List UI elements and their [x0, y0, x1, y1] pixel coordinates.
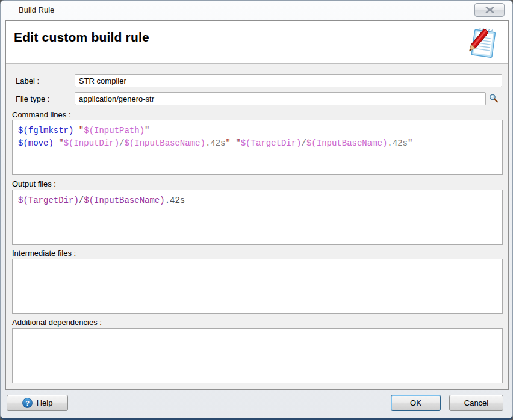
help-button[interactable]: ? Help: [7, 395, 68, 411]
ok-button-label: OK: [410, 398, 421, 407]
intermediate-files-label: Intermediate files :: [12, 249, 76, 258]
notepad-pencil-icon: [464, 26, 499, 62]
label-field-label: Label :: [16, 76, 39, 85]
command-lines-editor[interactable]: $(fglmkstr) "$(InputPath)"$(move) "$(Inp…: [12, 120, 503, 175]
close-icon: [485, 6, 494, 14]
file-type-lookup-button[interactable]: [487, 92, 500, 105]
close-button[interactable]: [474, 3, 505, 17]
additional-dependencies-label: Additional dependencies :: [12, 318, 102, 327]
file-type-input[interactable]: [75, 92, 486, 105]
label-input[interactable]: [75, 74, 502, 87]
page-title: Edit custom build rule: [14, 30, 149, 45]
build-rule-dialog: Build Rule Edit custom build rule: [0, 0, 513, 420]
svg-text:?: ?: [25, 400, 30, 407]
output-files-label: Output files :: [12, 179, 56, 188]
cancel-button[interactable]: Cancel: [449, 395, 503, 411]
command-lines-label: Command lines :: [12, 110, 71, 119]
file-type-field-label: File type :: [16, 94, 49, 103]
additional-dependencies-editor[interactable]: [12, 328, 503, 383]
help-question-icon: ?: [22, 398, 33, 408]
ok-button[interactable]: OK: [391, 395, 441, 411]
help-button-label: Help: [37, 398, 53, 407]
intermediate-files-editor[interactable]: [12, 259, 503, 314]
dialog-panel: Edit custom build rule: [5, 20, 509, 390]
cancel-button-label: Cancel: [464, 398, 488, 407]
header-area: Edit custom build rule: [6, 21, 508, 64]
title-bar[interactable]: Build Rule: [1, 1, 512, 20]
window-title: Build Rule: [19, 5, 54, 14]
magnifier-icon: [488, 93, 499, 104]
output-files-editor[interactable]: $(TargetDir)/$(InputBaseName).42s: [12, 190, 503, 245]
